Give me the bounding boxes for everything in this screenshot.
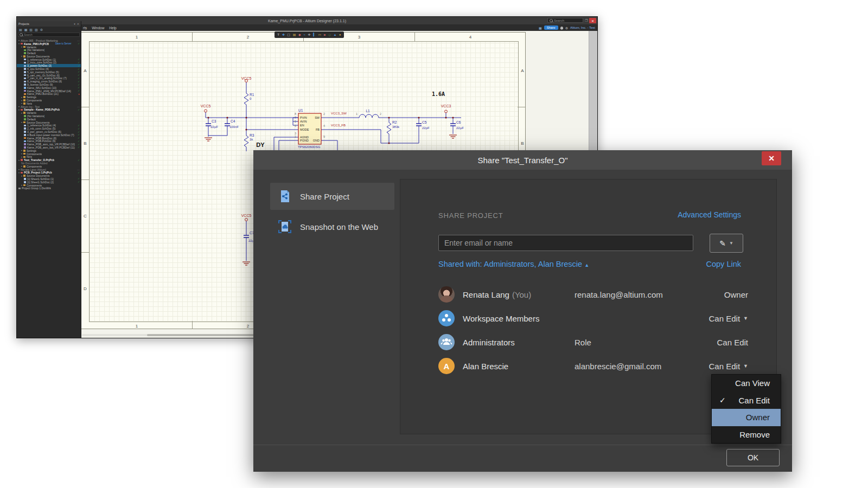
app-close-button[interactable]: ✕	[589, 18, 596, 23]
synced-check-icon: ✓	[76, 58, 80, 61]
grid-icon[interactable]: ▦	[539, 26, 542, 30]
panel-tool-icon[interactable]: ▤	[19, 28, 22, 31]
activebar-tool-icon[interactable]: ◇	[328, 33, 331, 36]
shared-with-label: Shared with: Administrators, Alan Bresci…	[438, 260, 582, 268]
dwf-icon	[24, 143, 26, 145]
close-icon: ✕	[768, 154, 775, 163]
email-input[interactable]	[438, 235, 693, 251]
search-icon	[550, 19, 553, 22]
user-email: Role	[575, 330, 591, 354]
menu-item-label: Owner	[746, 413, 770, 422]
permission-dropdown[interactable]: Owner	[724, 282, 748, 306]
menu-item-window[interactable]: Window	[92, 26, 104, 30]
menu-item-help[interactable]: Help	[109, 26, 116, 30]
tree-item[interactable]: Project Group 1.DsnWrk	[17, 187, 81, 190]
active-bar[interactable]: T✚▢▤◆⌁✛▍▭■◇▲●	[275, 31, 344, 38]
workspace-avatar	[438, 310, 455, 326]
panel-tool-icon[interactable]: ▦	[24, 28, 28, 31]
menu-item-rts[interactable]: rts	[83, 26, 87, 30]
copy-link-button[interactable]: Copy Link	[706, 260, 741, 268]
activebar-tool-icon[interactable]: ▤	[293, 33, 296, 36]
synced-check-icon: ✓	[76, 171, 80, 174]
permission-menu: Can View✓Can EditOwnerRemove	[711, 374, 781, 444]
doc-icon	[24, 131, 26, 133]
gear-icon[interactable]: ⚙	[565, 26, 568, 30]
activebar-tool-icon[interactable]: ▭	[318, 33, 322, 36]
advanced-settings-link[interactable]: Advanced Settings	[678, 210, 741, 219]
folder-icon	[23, 121, 25, 124]
projects-search-input[interactable]: Search	[18, 33, 80, 37]
app-search-input[interactable]: Search	[547, 18, 583, 23]
app-search-placeholder: Search	[554, 19, 564, 22]
panel-menu-icon[interactable]: ▾	[74, 22, 75, 25]
panel-tool-icon[interactable]: ▧	[29, 28, 33, 31]
workspace-label[interactable]: Altium, Inc. - Test	[570, 26, 595, 29]
share-doc-icon	[278, 189, 292, 203]
menu-bar-right: ▦ Share ⚙ Altium, Inc. - Test	[539, 24, 595, 31]
synced-check-icon: ✓	[76, 143, 80, 146]
nav-item-snapshot-on-the-web[interactable]: Snapshot on the Web	[270, 213, 394, 240]
collapse-icon: ▲	[584, 262, 589, 268]
panel-tool-icon[interactable]: ▨	[35, 28, 38, 31]
activebar-tool-icon[interactable]: ■	[324, 33, 326, 36]
nav-item-share-project[interactable]: Share Project	[270, 183, 394, 210]
folder-icon	[23, 153, 25, 155]
menu-bar-items: rtsWindowHelp	[83, 24, 117, 31]
activebar-tool-icon[interactable]: ⌁	[303, 33, 305, 36]
dialog-titlebar[interactable]: Share "Test_Transfer_O" ✕	[253, 150, 792, 170]
app-titlebar[interactable]: Kame_PMU.PrjPCB - Altium Designer (23.1.…	[17, 17, 597, 24]
menu-item-remove[interactable]: Remove	[712, 426, 781, 444]
folder-icon	[23, 46, 25, 48]
synced-check-icon: ✓	[76, 137, 80, 139]
activebar-tool-icon[interactable]: ▢	[287, 33, 290, 36]
dialog-close-button[interactable]: ✕	[762, 151, 781, 165]
permission-dropdown[interactable]: Can Edit	[717, 330, 748, 354]
synced-check-icon: ✓	[76, 140, 80, 143]
projects-toolbar: ▤▦▧▨⚙	[17, 27, 81, 32]
section-menu-icon[interactable]: ⋯	[77, 39, 80, 42]
app-share-button[interactable]: Share	[544, 25, 558, 30]
save-to-server-link[interactable]: Save to Server	[54, 42, 72, 45]
doc-icon	[24, 65, 26, 67]
desktop: Kame_PMU.PrjPCB - Altium Designer (23.1.…	[0, 0, 868, 488]
permission-mode-button[interactable]: ✎ ▼	[710, 234, 743, 253]
projects-panel-header[interactable]: Projects ▾✕	[17, 21, 81, 27]
chevron-down-icon: ▼	[729, 241, 733, 246]
restore-icon[interactable]: ❐	[584, 18, 589, 23]
synced-check-icon: ✓	[76, 84, 80, 86]
permission-dropdown[interactable]: Can Edit▼	[709, 306, 748, 330]
synced-check-icon: ✓	[76, 181, 80, 183]
doc-icon	[24, 125, 26, 127]
shared-with-toggle[interactable]: Shared with: Administrators, Alan Bresci…	[438, 260, 589, 268]
variant-icon	[24, 49, 26, 52]
activebar-tool-icon[interactable]: ◆	[298, 33, 301, 36]
activebar-tool-icon[interactable]: ●	[339, 33, 341, 36]
permission-label: Can Edit	[709, 362, 741, 371]
activebar-tool-icon[interactable]: ✚	[282, 33, 285, 36]
menu-item-can-edit[interactable]: ✓Can Edit	[712, 392, 781, 409]
activebar-tool-icon[interactable]: ▲	[333, 33, 336, 36]
doc-icon	[24, 81, 26, 83]
synced-check-icon: ✓	[76, 77, 80, 80]
section-menu-icon[interactable]: ⋯	[77, 105, 80, 108]
synced-check-icon: ✓	[76, 131, 80, 133]
bell-icon[interactable]	[560, 27, 563, 29]
menu-item-can-view[interactable]: Can View	[712, 375, 781, 392]
doc-icon	[24, 59, 26, 61]
search-icon	[20, 33, 23, 36]
project-icon	[21, 43, 23, 45]
folder-icon	[23, 96, 25, 98]
ok-button[interactable]: OK	[726, 449, 780, 466]
variant-icon	[24, 52, 26, 54]
activebar-tool-icon[interactable]: ▍	[313, 33, 316, 36]
activebar-tool-icon[interactable]: ✛	[308, 33, 311, 36]
snapshot-cloud-icon	[278, 220, 292, 234]
user-list: Renata Lang(You)renata.lang@altium.comOw…	[438, 282, 748, 378]
section-menu-icon[interactable]: ⋯	[77, 168, 80, 171]
panel-close-icon[interactable]: ✕	[77, 22, 79, 25]
panel-tool-icon[interactable]: ⚙	[40, 28, 43, 31]
activebar-tool-icon[interactable]: T	[277, 33, 279, 36]
chevron-down-icon: ▼	[743, 316, 748, 321]
doc-icon	[24, 181, 26, 183]
menu-item-owner[interactable]: Owner	[712, 409, 781, 426]
